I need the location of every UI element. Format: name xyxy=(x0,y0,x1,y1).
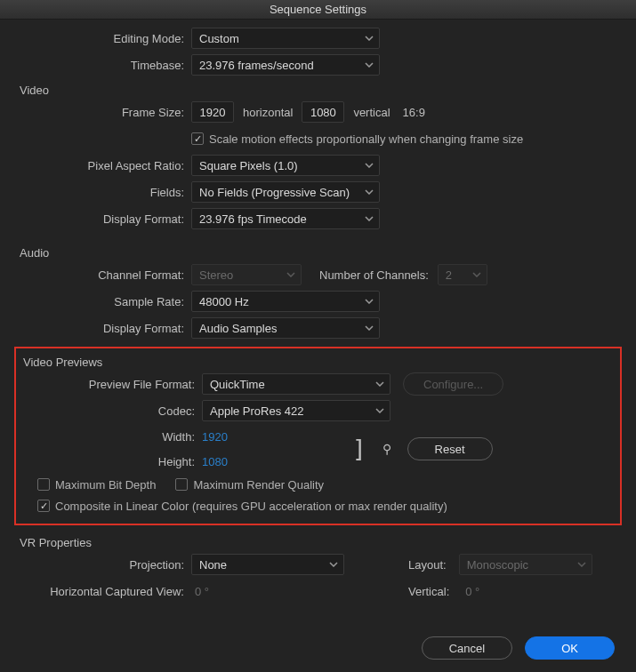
configure-button: Configure... xyxy=(403,372,503,396)
codec-select[interactable]: Apple ProRes 422 xyxy=(202,400,390,421)
timebase-select[interactable]: 23.976 frames/second xyxy=(191,54,380,76)
video-previews-section-label: Video Previews xyxy=(20,350,616,371)
link-icon[interactable]: ⚲ xyxy=(374,442,400,456)
horizontal-label: horizontal xyxy=(234,106,302,119)
fields-select[interactable]: No Fields (Progressive Scan) xyxy=(191,181,380,203)
projection-select[interactable]: None xyxy=(191,554,344,575)
editing-mode-select[interactable]: Custom xyxy=(191,28,380,49)
vview-value: 0 ° xyxy=(458,585,479,598)
video-display-format-label: Display Format: xyxy=(9,212,191,226)
video-display-format-select[interactable]: 23.976 fps Timecode xyxy=(191,208,380,229)
pixel-aspect-select[interactable]: Square Pixels (1.0) xyxy=(191,155,380,176)
max-render-quality-checkbox[interactable] xyxy=(175,478,188,491)
editing-mode-label: Editing Mode: xyxy=(9,32,191,45)
chevron-down-icon xyxy=(375,408,384,413)
preview-width-label: Width: xyxy=(20,430,202,444)
timebase-label: Timebase: xyxy=(9,59,191,72)
max-bit-depth-row[interactable]: Maximum Bit Depth xyxy=(37,478,156,492)
sample-rate-select[interactable]: 48000 Hz xyxy=(191,291,380,312)
chevron-down-icon xyxy=(472,272,481,277)
max-bit-depth-label: Maximum Bit Depth xyxy=(55,478,156,492)
preview-height-label: Height: xyxy=(20,455,202,468)
preview-file-format-select[interactable]: QuickTime xyxy=(202,373,390,395)
link-bracket-icon: ] xyxy=(326,437,374,460)
composite-linear-label: Composite in Linear Color (requires GPU … xyxy=(55,500,447,513)
fields-label: Fields: xyxy=(9,186,191,199)
scale-motion-checkbox[interactable] xyxy=(191,132,204,145)
chevron-down-icon xyxy=(375,381,384,387)
vertical-label: vertical xyxy=(344,106,399,119)
chevron-down-icon xyxy=(365,36,374,41)
num-channels-select: 2 xyxy=(438,264,487,285)
frame-width-input[interactable]: 1920 xyxy=(191,101,234,123)
max-render-quality-row[interactable]: Maximum Render Quality xyxy=(175,478,324,492)
video-section-label: Video xyxy=(9,78,627,99)
aspect-ratio-text: 16:9 xyxy=(399,106,434,119)
window-title: Sequence Settings xyxy=(270,3,366,16)
chevron-down-icon xyxy=(365,216,374,221)
titlebar: Sequence Settings xyxy=(0,0,636,20)
scale-motion-row[interactable]: Scale motion effects proportionally when… xyxy=(191,132,523,146)
chevron-down-icon xyxy=(286,272,295,277)
projection-label: Projection: xyxy=(9,558,191,572)
max-bit-depth-checkbox[interactable] xyxy=(37,478,50,491)
preview-width-value[interactable]: 1920 xyxy=(202,430,228,444)
video-previews-highlight: Video Previews Preview File Format: Quic… xyxy=(14,347,622,525)
vr-section-label: VR Properties xyxy=(9,531,627,551)
cancel-button[interactable]: Cancel xyxy=(422,636,512,660)
chevron-down-icon xyxy=(329,562,338,567)
layout-label: Layout: xyxy=(399,558,455,572)
preview-height-value[interactable]: 1080 xyxy=(202,455,228,468)
num-channels-label: Number of Channels: xyxy=(310,268,438,282)
audio-display-format-select[interactable]: Audio Samples xyxy=(191,317,380,339)
frame-height-input[interactable]: 1080 xyxy=(302,101,344,123)
chevron-down-icon xyxy=(365,299,374,304)
audio-section-label: Audio xyxy=(9,241,627,261)
chevron-down-icon xyxy=(365,189,374,195)
chevron-down-icon xyxy=(365,163,374,168)
chevron-down-icon xyxy=(365,325,374,331)
composite-linear-checkbox[interactable] xyxy=(37,500,50,512)
audio-display-format-label: Display Format: xyxy=(9,322,191,335)
ok-button[interactable]: OK xyxy=(525,636,615,660)
vview-label: Vertical: xyxy=(399,585,458,598)
hview-value: 0 ° xyxy=(191,585,344,598)
hview-label: Horizontal Captured View: xyxy=(9,585,191,598)
chevron-down-icon xyxy=(577,562,586,567)
composite-linear-row[interactable]: Composite in Linear Color (requires GPU … xyxy=(37,500,447,513)
pixel-aspect-label: Pixel Aspect Ratio: xyxy=(9,159,191,172)
preview-file-format-label: Preview File Format: xyxy=(20,378,202,391)
channel-format-label: Channel Format: xyxy=(9,268,191,282)
sample-rate-label: Sample Rate: xyxy=(9,295,191,308)
reset-button[interactable]: Reset xyxy=(407,437,493,460)
frame-size-label: Frame Size: xyxy=(9,106,191,119)
max-render-quality-label: Maximum Render Quality xyxy=(193,478,324,492)
layout-select: Monoscopic xyxy=(459,554,592,575)
chevron-down-icon xyxy=(365,62,374,68)
channel-format-select: Stereo xyxy=(191,264,302,285)
codec-label: Codec: xyxy=(20,404,202,418)
scale-motion-label: Scale motion effects proportionally when… xyxy=(209,132,523,146)
